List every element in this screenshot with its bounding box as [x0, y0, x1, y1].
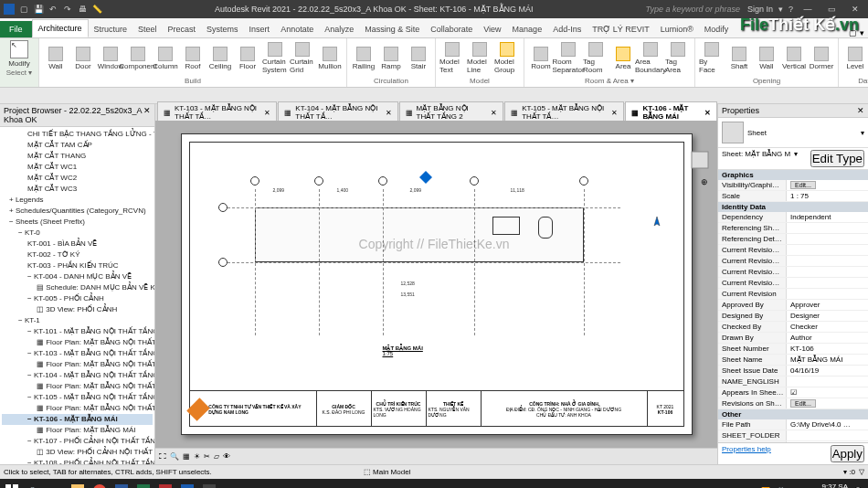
panel-close-icon[interactable]: ✕ [857, 106, 864, 115]
floor-button[interactable]: Floor [235, 47, 260, 70]
qat-measure-icon[interactable]: 📏 [91, 4, 102, 15]
prop-row[interactable]: Sheet Issue Date04/16/19 [718, 366, 868, 377]
app-switcher-icon[interactable]: ▾ [778, 5, 783, 14]
tree-node[interactable]: − KT-106 - MẶT BẰNG MÁI [2, 414, 153, 425]
workset-display[interactable]: ⬚ Main Model [364, 468, 411, 476]
tab-modify[interactable]: Modify [699, 21, 735, 37]
mullion-button[interactable]: Mullion [317, 47, 343, 70]
tagroom-button[interactable]: Tag Room [583, 42, 609, 74]
tab-close-icon[interactable]: ✕ [264, 109, 270, 117]
edit-button[interactable]: Edit... [790, 399, 816, 408]
prop-row[interactable]: Drawn ByAuthor [718, 333, 868, 344]
component-button[interactable]: Component [125, 47, 151, 70]
project-browser-header[interactable]: Project Browser - 22.02.22_5s20x3_A Khoa… [0, 104, 154, 127]
room-panel-label[interactable]: Room & Area ▾ [585, 77, 634, 85]
prop-row[interactable]: SHEET_FOLDER [718, 430, 868, 441]
tree-node[interactable]: − KT-105 - MẶT BẰNG NỘI THẤT TẦNG 3 [2, 392, 153, 403]
prop-row[interactable]: Sheet NumberKT-106 [718, 344, 868, 355]
prop-row[interactable]: File PathG:\My Drive\4.0 … [718, 419, 868, 430]
taskbar-taskview-icon[interactable]: ⊞ [46, 481, 66, 488]
taskbar-explorer-icon[interactable] [68, 481, 88, 488]
maximize-icon[interactable]: ▭ [822, 5, 841, 14]
modeltext-button[interactable]: Model Text [439, 42, 465, 74]
prop-row[interactable]: Designed ByDesigner [718, 311, 868, 322]
prop-row[interactable]: Approved ByApprover [718, 300, 868, 311]
tree-node[interactable]: MẶT CẮT WC1 [2, 162, 153, 173]
railing-button[interactable]: Railing [351, 47, 376, 70]
taskbar-word-icon[interactable] [111, 481, 132, 488]
byface-button[interactable]: By Face [699, 42, 725, 74]
prop-row[interactable]: Referencing Det… [718, 234, 868, 245]
prop-row[interactable]: Revisions on Sh…Edit... [718, 398, 868, 409]
taskbar-revit-icon[interactable] [177, 481, 197, 488]
tab-trlrevit[interactable]: TRỢ LÝ REVIT [587, 21, 655, 37]
scale-icon[interactable]: 🔍 [170, 452, 179, 461]
prop-row[interactable]: Current Revisio… [718, 278, 868, 289]
qat-save-icon[interactable]: 💾 [33, 4, 44, 15]
tree-node[interactable]: − KT-103 - MẶT BẰNG NỘI THẤT TẦNG 2 [2, 348, 153, 359]
tree-node[interactable]: − KT-1 [2, 315, 153, 326]
stair-button[interactable]: Stair [406, 47, 431, 70]
tray-clock[interactable]: 9:37 SA12/03/2022 [811, 483, 848, 488]
prop-category[interactable]: Identity Data [718, 202, 868, 212]
tree-node[interactable]: ◫ 3D View: PHỐI CẢNH [2, 304, 153, 315]
tree-node[interactable]: ▦ Floor Plan: MẶT BẰNG NỘI THẤT TẦNG 1 [2, 337, 153, 348]
tree-node[interactable]: MẶT CẮT THANG [2, 151, 153, 162]
tagarea-button[interactable]: Tag Area [665, 42, 691, 74]
project-tree[interactable]: CHI TIẾT BẬC THANG TẦNG LỬNG - TẦNG 2MẶT… [0, 127, 154, 464]
type-dropdown-icon[interactable]: ▾ [861, 129, 864, 137]
start-button[interactable] [2, 481, 22, 488]
tree-node[interactable]: ▦ Floor Plan: MẶT BẰNG NỘI THẤT TẦNG 2 [2, 359, 153, 370]
tab-collaborate[interactable]: Collaborate [425, 21, 478, 37]
tree-node[interactable]: − KT-004 - DANH MỤC BẢN VẼ [2, 271, 153, 282]
dormer-button[interactable]: Dormer [809, 47, 834, 70]
roomseparator-button[interactable]: Room Separator [556, 42, 581, 74]
tree-node[interactable]: CHI TIẾT BẬC THANG TẦNG LỬNG - TẦNG 2 [2, 129, 153, 140]
tab-addins[interactable]: Add-Ins [547, 21, 587, 37]
prop-row[interactable]: DependencyIndependent [718, 212, 868, 223]
select-panel-label[interactable]: Select ▾ [6, 69, 32, 77]
tab-structure[interactable]: Structure [89, 21, 133, 37]
type-selector[interactable]: Sheet ▾ [718, 118, 868, 148]
qat-undo-icon[interactable]: ↶ [48, 4, 58, 15]
sun-path-icon[interactable]: ✂ [204, 452, 210, 461]
file-menu[interactable]: File [0, 21, 32, 37]
section-marker-icon[interactable] [419, 171, 432, 184]
hide-isolate-icon[interactable]: 👁 [223, 452, 230, 461]
steering-wheel-icon[interactable]: ⊕ [701, 177, 708, 186]
tab-lumion[interactable]: Lumion® [655, 21, 699, 37]
properties-grid[interactable]: GraphicsVisibility/Graphi…Edit...Scale1 … [718, 170, 868, 442]
close-icon[interactable]: ✕ [846, 5, 864, 14]
tree-node[interactable]: ▤ Schedule: DANH MỤC BẢN VẼ KIẾN TRÚC [2, 282, 153, 293]
level-button[interactable]: Level [842, 47, 868, 70]
tree-node[interactable]: + Legends [2, 195, 153, 206]
taskbar-chrome-icon[interactable] [90, 481, 110, 488]
panel-close-icon[interactable]: ✕ [143, 106, 151, 124]
drawing-canvas[interactable]: 2,099 1,400 2,099 11,118 12,528 13,551 M… [155, 121, 717, 448]
sheet[interactable]: 2,099 1,400 2,099 11,118 12,528 13,551 M… [181, 133, 693, 435]
prop-row[interactable]: NAME_ENGLISH [718, 377, 868, 387]
tree-node[interactable]: − KT-104 - MẶT BẰNG NỘI THẤT TẦNG LỬNG [2, 370, 153, 381]
areaboundary-button[interactable]: Area Boundary [638, 42, 663, 74]
taskbar-app-icon[interactable] [199, 481, 219, 488]
door-button[interactable]: Door [70, 47, 96, 70]
instance-dropdown-icon[interactable]: ▾ [794, 150, 798, 167]
apply-button[interactable]: Apply [831, 445, 864, 462]
tab-view[interactable]: View [478, 21, 506, 37]
signin-button[interactable]: Sign In [747, 5, 773, 14]
curtainsystem-button[interactable]: Curtain System [262, 42, 288, 74]
prop-row[interactable]: Current Revisio… [718, 267, 868, 278]
prop-category[interactable]: Other [718, 409, 868, 419]
modify-button[interactable]: ↖Modify [4, 40, 35, 68]
tree-node[interactable]: KT-002 - TỜ KÝ [2, 249, 153, 260]
tree-node[interactable]: KT-001 - BÌA BẢN VẼ [2, 239, 153, 249]
tree-node[interactable]: + Schedules/Quantities (Category_RCVN) [2, 206, 153, 217]
help-icon[interactable]: ? [789, 5, 793, 14]
minimize-icon[interactable]: — [799, 5, 817, 14]
tree-node[interactable]: ◫ 3D View: PHỐI CẢNH NỘI THẤT TẦNG 1 [2, 447, 153, 458]
tree-node[interactable]: ▦ Floor Plan: MẶT BẰNG NỘI THẤT TẦNG 3 [2, 403, 153, 414]
curtaingrid-button[interactable]: Curtain Grid [290, 42, 315, 74]
filter-icon[interactable]: ▽ [859, 468, 864, 476]
tree-node[interactable]: − KT-107 - PHỐI CẢNH NỘI THẤT TẦNG 1 [2, 436, 153, 447]
modelline-button[interactable]: Model Line [467, 42, 492, 74]
